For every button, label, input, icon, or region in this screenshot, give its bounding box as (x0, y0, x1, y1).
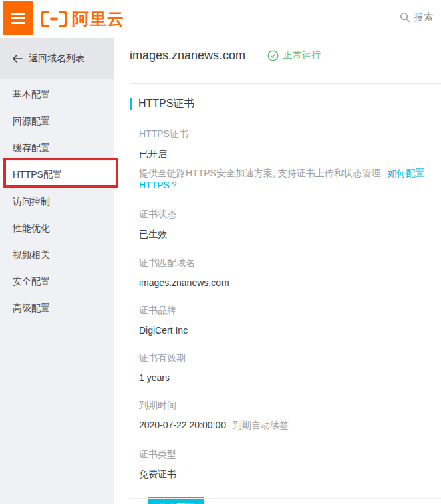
field-value: images.znanews.com (139, 277, 441, 288)
main-content: images.znanews.com 正常运行 HTTPS证书 HTTPS证书 … (114, 38, 441, 504)
field-label: HTTPS证书 (139, 128, 441, 140)
field-cert-brand: 证书品牌 DigiCert Inc (139, 305, 441, 336)
field-expiry-time: 到期时间 2020-07-22 20:00:00到期自动续签 (139, 400, 441, 432)
field-value: 免费证书 (139, 469, 441, 481)
search-control[interactable]: 搜索 (400, 11, 433, 23)
sidebar-item-video[interactable]: 视频相关 (0, 241, 114, 268)
back-label: 返回域名列表 (29, 53, 85, 65)
alibaba-cloud-logo[interactable]: 阿里云 (40, 8, 124, 30)
section-accent-bar (130, 98, 132, 110)
status-badge: 正常运行 (267, 49, 321, 61)
brand-name: 阿里云 (72, 8, 124, 30)
field-cert-type: 证书类型 免费证书 (139, 449, 441, 481)
field-label: 证书匹配域名 (139, 257, 441, 269)
topbar: 阿里云 搜索 (0, 0, 441, 37)
field-label: 证书类型 (139, 449, 441, 461)
field-label: 证书品牌 (139, 305, 441, 317)
description-text: 提供全链路HTTPS安全加速方案, 支持证书上传和状态管理. (139, 168, 384, 178)
header-divider (130, 83, 441, 84)
field-value: 已开启 (139, 148, 441, 160)
field-value: 1 years (139, 372, 441, 383)
back-to-domain-list[interactable]: 返回域名列表 (0, 38, 114, 79)
sidebar-item-https-config[interactable]: HTTPS配置 (0, 161, 114, 188)
field-value: 2020-07-22 20:00:00到期自动续签 (139, 420, 441, 432)
field-description: 提供全链路HTTPS安全加速方案, 支持证书上传和状态管理.如何配置HTTPS？ (139, 168, 441, 192)
expiry-datetime: 2020-07-22 20:00:00 (139, 420, 226, 430)
sidebar: 返回域名列表 基本配置 回源配置 缓存配置 HTTPS配置 访问控制 性能优化 … (0, 38, 114, 504)
check-circle-icon (267, 50, 279, 61)
field-label: 到期时间 (139, 400, 441, 412)
auto-renew-note: 到期自动续签 (233, 420, 289, 430)
field-list: HTTPS证书 已开启 提供全链路HTTPS安全加速方案, 支持证书上传和状态管… (130, 128, 441, 504)
field-value: DigiCert Inc (139, 325, 441, 336)
sidebar-item-basic-config[interactable]: 基本配置 (0, 81, 114, 108)
field-https-cert: HTTPS证书 已开启 提供全链路HTTPS安全加速方案, 支持证书上传和状态管… (139, 128, 441, 192)
field-value: 已生效 (139, 229, 441, 241)
hamburger-icon (11, 13, 25, 15)
sidebar-item-access-control[interactable]: 访问控制 (0, 188, 114, 215)
sidebar-item-origin-config[interactable]: 回源配置 (0, 108, 114, 134)
field-label: 证书状态 (139, 209, 441, 221)
field-label: 证书有效期 (139, 352, 441, 364)
field-cert-validity: 证书有效期 1 years (139, 352, 441, 383)
sidebar-item-advanced-config[interactable]: 高级配置 (0, 295, 114, 322)
section-title-text: HTTPS证书 (138, 97, 194, 111)
hamburger-menu-button[interactable] (3, 1, 33, 35)
sidebar-item-cache-config[interactable]: 缓存配置 (0, 134, 114, 161)
search-icon (400, 12, 410, 23)
page-title: images.znanews.com (130, 49, 245, 63)
sidebar-menu: 基本配置 回源配置 缓存配置 HTTPS配置 访问控制 性能优化 视频相关 安全… (0, 79, 114, 322)
sidebar-item-performance[interactable]: 性能优化 (0, 215, 114, 241)
field-cert-domain: 证书匹配域名 images.znanews.com (139, 257, 441, 288)
field-cert-status: 证书状态 已生效 (139, 209, 441, 241)
sidebar-item-security-config[interactable]: 安全配置 (0, 268, 114, 295)
section-header: HTTPS证书 (130, 97, 441, 111)
page-header: images.znanews.com 正常运行 (130, 48, 441, 63)
search-label: 搜索 (414, 11, 433, 23)
hamburger-icon (11, 22, 25, 24)
status-text: 正常运行 (283, 49, 321, 61)
alibaba-cloud-logo-icon (40, 10, 68, 28)
back-arrow-icon (12, 54, 23, 64)
bottom-divider (130, 498, 441, 499)
hamburger-icon (11, 17, 25, 19)
